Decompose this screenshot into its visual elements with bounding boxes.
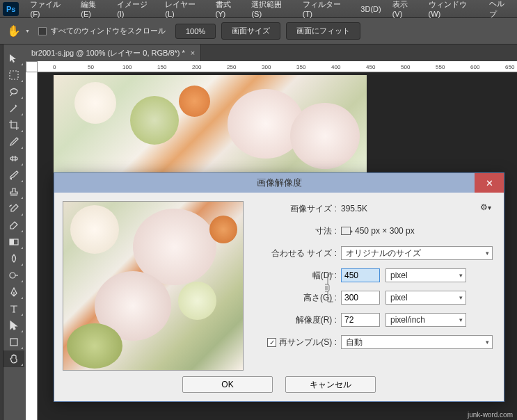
ruler-tick: 0: [53, 64, 56, 70]
fit-to-select[interactable]: オリジナルのサイズ: [341, 246, 493, 260]
image-size-dialog: 画像解像度 ✕ ⚙▾ 画像サイズ : 395.5K 寸法 : 450 px × …: [54, 172, 504, 402]
crop-tool-icon[interactable]: [3, 117, 24, 134]
ruler-origin[interactable]: [26, 61, 38, 72]
image-size-value: 395.5K: [341, 204, 367, 213]
fit-screen-button[interactable]: 画面サイズ: [221, 22, 280, 40]
cancel-button[interactable]: キャンセル: [285, 376, 376, 393]
pen-tool-icon[interactable]: [3, 284, 24, 300]
ps-logo: Ps: [3, 2, 19, 16]
height-unit-select[interactable]: pixel: [385, 291, 466, 305]
svg-rect-3: [10, 239, 14, 245]
dimensions-unit-icon[interactable]: [341, 227, 351, 235]
dimensions-label: 寸法 :: [255, 225, 341, 237]
ruler-tick: 50: [88, 64, 94, 70]
preview-thumbnail: [63, 201, 244, 371]
gear-icon[interactable]: ⚙▾: [480, 202, 491, 212]
ruler-tick: 600: [470, 64, 479, 70]
image-size-label: 画像サイズ :: [255, 203, 341, 215]
ruler-tick: 200: [192, 64, 201, 70]
move-tool-icon[interactable]: [3, 50, 24, 67]
dialog-titlebar[interactable]: 画像解像度 ✕: [54, 173, 504, 193]
menubar: Ps ファイル(F) 編集(E) イメージ(I) レイヤー(L) 書式(Y) 選…: [0, 0, 517, 18]
menu-window[interactable]: ウィンドウ(W): [423, 0, 484, 21]
ruler-horizontal[interactable]: 0 50 100 150 200 250 300 350 400 450 500…: [38, 61, 517, 72]
history-brush-tool-icon[interactable]: [3, 200, 24, 217]
fit-on-button[interactable]: 画面にフィット: [286, 22, 360, 40]
ruler-tick: 550: [436, 64, 445, 70]
tools-panel: [3, 50, 26, 367]
resample-select[interactable]: 自動: [341, 335, 493, 349]
svg-rect-5: [10, 339, 17, 346]
menu-layer[interactable]: レイヤー(L): [159, 0, 209, 21]
svg-point-4: [10, 273, 15, 278]
ruler-tick: 300: [262, 64, 271, 70]
menu-view[interactable]: 表示(V): [387, 0, 423, 21]
resample-checkbox[interactable]: ✓: [267, 338, 276, 347]
gradient-tool-icon[interactable]: [3, 234, 24, 250]
close-tab-icon[interactable]: ×: [191, 49, 195, 57]
resolution-unit-select[interactable]: pixel/inch: [385, 313, 466, 327]
document-tab[interactable]: br2001-s.jpg @ 100% (レイヤー 0, RGB/8*) * ×: [26, 45, 201, 61]
ruler-tick: 150: [157, 64, 166, 70]
resolution-label: 解像度(R) :: [255, 314, 341, 326]
svg-rect-0: [10, 71, 18, 79]
menu-select[interactable]: 選択範囲(S): [246, 0, 296, 21]
watermark: junk-word.com: [468, 411, 513, 419]
scroll-all-label: すべてのウィンドウをスクロール: [51, 26, 166, 36]
scroll-all-checkbox[interactable]: [38, 27, 47, 35]
ruler-tick: 250: [227, 64, 236, 70]
path-select-tool-icon[interactable]: [3, 317, 24, 334]
close-button[interactable]: ✕: [475, 173, 504, 193]
ruler-tick: 400: [331, 64, 340, 70]
blur-tool-icon[interactable]: [3, 250, 24, 267]
tool-preset-chevron-icon[interactable]: ▼: [25, 29, 30, 33]
hand-tool-icon[interactable]: ✋: [7, 24, 21, 38]
healing-tool-icon[interactable]: [3, 150, 24, 167]
document-tab-bar: br2001-s.jpg @ 100% (レイヤー 0, RGB/8*) * ×: [26, 45, 517, 61]
dodge-tool-icon[interactable]: [3, 267, 24, 284]
eraser-tool-icon[interactable]: [3, 217, 24, 234]
svg-rect-1: [10, 157, 17, 160]
stamp-tool-icon[interactable]: [3, 184, 24, 200]
ruler-tick: 450: [366, 64, 375, 70]
hand-tool-icon[interactable]: [3, 350, 24, 367]
canvas-image[interactable]: [54, 75, 367, 172]
document-tab-title: br2001-s.jpg @ 100% (レイヤー 0, RGB/8*) *: [31, 48, 185, 58]
ruler-tick: 500: [401, 64, 410, 70]
height-input[interactable]: [341, 291, 380, 305]
ruler-vertical[interactable]: [26, 72, 38, 420]
zoom-100-button[interactable]: 100%: [175, 24, 216, 39]
wand-tool-icon[interactable]: [3, 100, 24, 117]
menu-image[interactable]: イメージ(I): [111, 0, 159, 21]
menu-help[interactable]: ヘルプ: [484, 0, 517, 22]
resample-label: 再サンプル(S) :: [279, 337, 337, 348]
ruler-tick: 100: [122, 64, 132, 70]
shape-tool-icon[interactable]: [3, 334, 24, 350]
ruler-tick: 350: [296, 64, 305, 70]
width-input[interactable]: [341, 268, 380, 282]
resolution-input[interactable]: [341, 313, 380, 327]
menu-filter[interactable]: フィルター(T): [297, 0, 356, 21]
brush-tool-icon[interactable]: [3, 167, 24, 184]
ok-button[interactable]: OK: [182, 376, 273, 393]
menu-3d[interactable]: 3D(D): [355, 2, 386, 16]
marquee-tool-icon[interactable]: [3, 67, 24, 83]
menu-file[interactable]: ファイル(F): [24, 0, 75, 21]
eyedropper-tool-icon[interactable]: [3, 134, 24, 150]
constrain-link-icon[interactable]: [325, 273, 335, 303]
dimensions-value: 450 px × 300 px: [355, 226, 415, 236]
menu-edit[interactable]: 編集(E): [75, 0, 111, 21]
options-bar: ✋ ▼ すべてのウィンドウをスクロール 100% 画面サイズ 画面にフィット: [0, 18, 517, 45]
fit-to-label: 合わせる サイズ :: [255, 248, 341, 259]
width-unit-select[interactable]: pixel: [385, 268, 466, 282]
lasso-tool-icon[interactable]: [3, 83, 24, 100]
menu-type[interactable]: 書式(Y): [210, 0, 246, 21]
ruler-tick: 650: [505, 64, 514, 70]
dialog-title: 画像解像度: [257, 177, 302, 189]
type-tool-icon[interactable]: [3, 300, 24, 317]
